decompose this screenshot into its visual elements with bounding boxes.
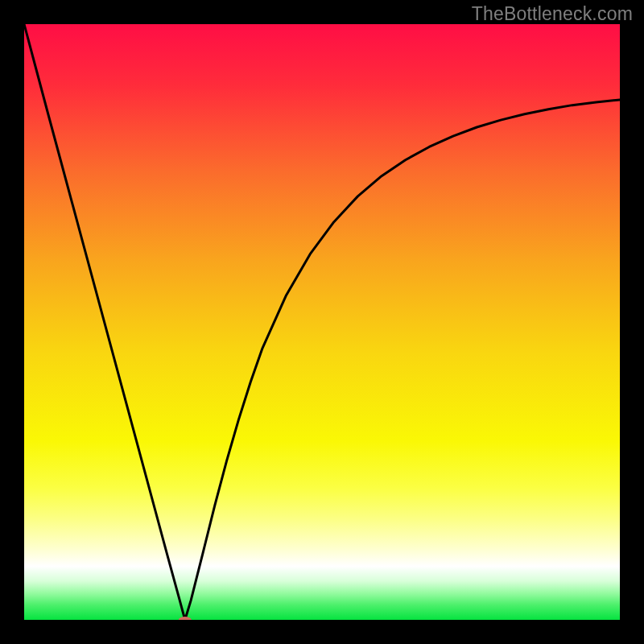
plot-area bbox=[24, 24, 620, 620]
bottleneck-chart bbox=[24, 24, 620, 620]
chart-frame: TheBottleneck.com bbox=[0, 0, 644, 644]
watermark-text: TheBottleneck.com bbox=[472, 3, 633, 25]
